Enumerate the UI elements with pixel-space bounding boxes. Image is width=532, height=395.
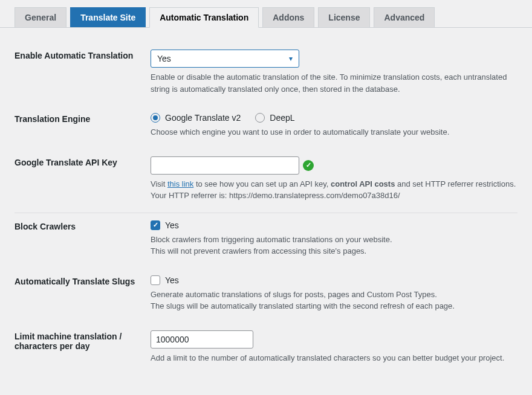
enable-label: Enable Automatic Translation	[15, 50, 151, 60]
apikey-label: Google Translate API Key	[15, 156, 151, 167]
engine-radio-google[interactable]: Google Translate v2	[151, 113, 241, 123]
limit-desc: Add a limit to the number of automatical…	[151, 352, 517, 364]
apikey-referrer: Your HTTP referrer is: https://demo.tran…	[151, 191, 400, 200]
apikey-desc-pre: Visit	[151, 179, 167, 188]
engine-radio-deepl-label: DeepL	[270, 113, 294, 123]
enable-select-value: Yes	[157, 54, 171, 63]
limit-label: Limit machine translation / characters p…	[15, 330, 151, 351]
apikey-desc-mid: to see how you can set up an API key,	[193, 179, 331, 188]
slugs-checkbox[interactable]	[151, 275, 160, 285]
engine-radio-deepl[interactable]: DeepL	[255, 113, 294, 123]
apikey-desc-bold: control API costs	[331, 179, 395, 188]
slugs-desc-2: The slugs will be automatically translat…	[151, 301, 455, 310]
block-desc-1: Block crawlers from triggering automatic…	[151, 235, 392, 244]
tab-addons[interactable]: Addons	[262, 7, 314, 27]
engine-label: Translation Engine	[15, 113, 151, 124]
slugs-label: Automatically Translate Slugs	[15, 275, 151, 286]
block-desc-2: This will not prevent crawlers from acce…	[151, 246, 366, 255]
slugs-desc: Generate automatic translations of slugs…	[151, 289, 517, 312]
block-checkbox-label: Yes	[165, 220, 179, 230]
chevron-down-icon: ▾	[289, 54, 293, 63]
block-desc: Block crawlers from triggering automatic…	[151, 234, 517, 257]
apikey-desc-post: and set HTTP referrer restrictions.	[395, 179, 516, 188]
engine-desc: Choose which engine you want to use in o…	[151, 126, 517, 138]
tabs-nav: General Translate Site Automatic Transla…	[0, 0, 532, 28]
tab-general[interactable]: General	[15, 7, 66, 27]
radio-checked-icon	[151, 113, 160, 123]
limit-input[interactable]	[151, 330, 253, 348]
slugs-desc-1: Generate automatic translations of slugs…	[151, 290, 437, 299]
block-label: Block Crawlers	[15, 220, 151, 231]
apikey-desc: Visit this link to see how you can set u…	[151, 178, 517, 202]
enable-select[interactable]: Yes ▾	[151, 50, 299, 68]
check-circle-icon: ✓	[303, 160, 314, 171]
tab-advanced[interactable]: Advanced	[374, 7, 435, 27]
engine-radio-google-label: Google Translate v2	[165, 113, 241, 123]
tab-automatic-translation[interactable]: Automatic Translation	[149, 7, 259, 28]
enable-desc: Enable or disable the automatic translat…	[151, 71, 517, 95]
apikey-link[interactable]: this link	[167, 179, 193, 188]
apikey-input[interactable]	[151, 156, 299, 175]
slugs-checkbox-label: Yes	[165, 275, 179, 285]
radio-unchecked-icon	[255, 113, 265, 123]
tab-license[interactable]: License	[318, 7, 370, 27]
tab-translate-site[interactable]: Translate Site	[70, 7, 146, 27]
block-checkbox[interactable]: ✓	[151, 220, 160, 230]
